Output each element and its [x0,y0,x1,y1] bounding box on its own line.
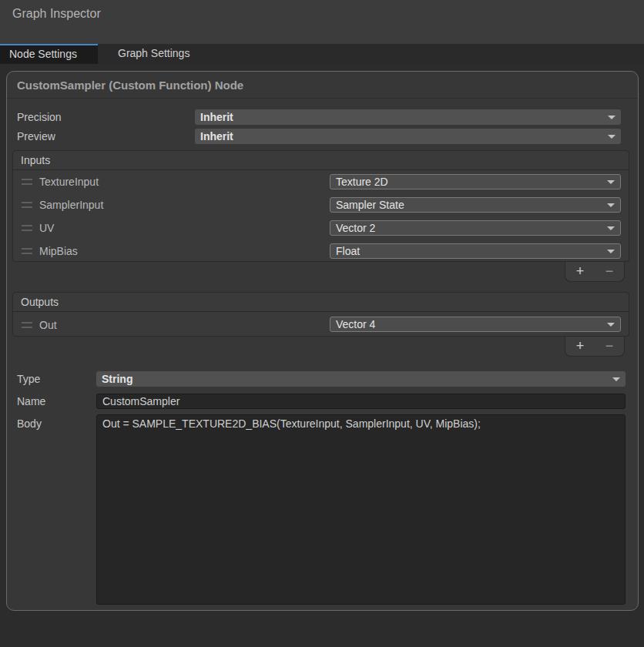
outputs-list-footer: + − [565,337,625,357]
input-name: SamplerInput [39,199,103,211]
input-row-samplerinput: SamplerInput Sampler State [13,193,629,216]
input-name: UV [39,222,54,234]
window-titlebar: Graph Inspector [0,0,644,44]
inputs-header: Inputs [13,151,629,170]
input-type-value: Vector 2 [336,222,375,234]
output-type-dropdown[interactable]: Vector 4 [330,317,621,332]
tab-graph-settings[interactable]: Graph Settings [108,44,200,64]
dropdown-arrow-icon [607,180,615,184]
output-type-value: Vector 4 [336,318,375,330]
precision-dropdown[interactable]: Inherit [195,109,621,125]
input-type-value: Float [336,245,360,257]
dropdown-arrow-icon [612,377,620,381]
dropdown-arrow-icon [607,250,615,253]
tab-bar: Node Settings Graph Settings [0,44,644,64]
type-value: String [102,373,132,385]
inputs-list-footer: + − [565,262,625,282]
window-title: Graph Inspector [12,7,644,21]
input-type-dropdown[interactable]: Vector 2 [330,220,621,236]
type-dropdown[interactable]: String [96,371,626,387]
function-name-input[interactable] [96,394,626,409]
tab-node-settings[interactable]: Node Settings [0,44,98,64]
drag-handle-icon[interactable] [22,322,32,328]
input-type-dropdown[interactable]: Sampler State [330,197,621,213]
type-label: Type [17,371,40,387]
input-type-value: Texture 2D [336,176,388,188]
input-name: MipBias [39,245,78,257]
precision-value: Inherit [200,111,233,123]
input-type-value: Sampler State [336,199,404,211]
preview-dropdown[interactable]: Inherit [195,129,621,144]
add-input-button[interactable]: + [565,262,595,281]
dropdown-arrow-icon [607,203,615,207]
output-row-out: Out Vector 4 [13,312,629,337]
drag-handle-icon[interactable] [22,225,32,231]
outputs-list: Outputs Out Vector 4 [12,292,629,337]
input-row-mipbias: MipBias Float [13,240,629,263]
drag-handle-icon[interactable] [22,202,32,208]
dropdown-arrow-icon [607,226,615,230]
inputs-list: Inputs TextureInput Texture 2D SamplerIn… [12,150,629,262]
precision-label: Precision [17,109,62,125]
preview-value: Inherit [200,130,233,142]
dropdown-arrow-icon [607,323,615,327]
input-row-uv: UV Vector 2 [13,216,629,240]
preview-label: Preview [17,129,55,144]
drag-handle-icon[interactable] [22,179,32,185]
name-label: Name [17,394,45,409]
output-name: Out [39,319,57,331]
function-body-textarea[interactable]: Out = SAMPLE_TEXTURE2D_BIAS(TextureInput… [96,414,626,605]
dropdown-arrow-icon [608,116,615,119]
remove-output-button[interactable]: − [595,337,624,356]
add-output-button[interactable]: + [565,337,595,356]
drag-handle-icon[interactable] [22,248,32,254]
body-label: Body [17,416,42,431]
input-type-dropdown[interactable]: Float [330,243,621,259]
remove-input-button[interactable]: − [595,262,624,281]
dropdown-arrow-icon [608,135,615,139]
outputs-header: Outputs [13,293,629,312]
input-type-dropdown[interactable]: Texture 2D [330,174,621,189]
node-inspector-panel: CustomSampler (Custom Function) Node Pre… [6,71,639,611]
input-row-textureinput: TextureInput Texture 2D [13,170,629,193]
input-name: TextureInput [39,176,99,188]
node-title: CustomSampler (Custom Function) Node [7,72,638,99]
